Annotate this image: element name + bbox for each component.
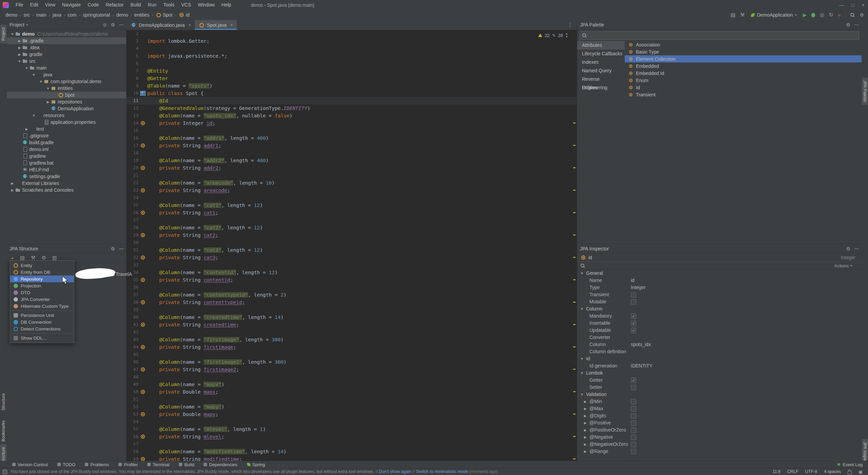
- code-line-11[interactable]: 11 @Id: [126, 97, 577, 104]
- code-line-34[interactable]: 34 @Column(name = "contentid", length = …: [126, 269, 577, 276]
- restart-button[interactable]: ↻: [829, 12, 833, 18]
- tree-chevron-icon[interactable]: ▶: [10, 182, 15, 185]
- breadcrumb-item-demo[interactable]: demo: [5, 12, 17, 18]
- menu-code[interactable]: Code: [84, 2, 102, 7]
- expand-chevron-icon[interactable]: ▶: [584, 441, 587, 448]
- tree-row-External Libraries[interactable]: ▶External Libraries: [7, 180, 126, 187]
- toolwindow-button-dependencies[interactable]: Dependencies: [204, 462, 237, 467]
- close-button[interactable]: ×: [862, 2, 865, 8]
- jpa-inspector-hide-icon[interactable]: —: [854, 246, 859, 251]
- code-line-8[interactable]: 8@Getter: [126, 75, 577, 82]
- code-line-53[interactable]: 53 private Double mapy;: [126, 411, 577, 418]
- inspector-row-id[interactable]: ▼Id: [577, 355, 862, 362]
- menu-help[interactable]: Help: [218, 2, 235, 7]
- tree-chevron-icon[interactable]: ▶: [17, 53, 22, 56]
- section-chevron-icon[interactable]: ▼: [580, 369, 584, 377]
- palette-item-id[interactable]: Id: [625, 84, 862, 91]
- tree-chevron-icon[interactable]: ▼: [24, 66, 30, 70]
- tree-row-.gradle[interactable]: ▶.gradle: [7, 37, 126, 44]
- editor-tab-Spot.java[interactable]: Spot.java×: [195, 20, 237, 30]
- code-line-59[interactable]: 59 private String modifiedtime;: [126, 455, 577, 461]
- code-line-41[interactable]: 41 private String createdtime;: [126, 321, 577, 328]
- gutter[interactable]: [138, 366, 147, 373]
- code-line-39[interactable]: 39: [126, 306, 577, 314]
- run-button[interactable]: ▶: [803, 12, 807, 18]
- section-chevron-icon[interactable]: ▼: [580, 270, 584, 277]
- tree-row-.gitignore[interactable]: .gitignore: [7, 132, 126, 139]
- project-settings-gear-icon[interactable]: ⚙: [111, 22, 115, 27]
- tool-window-switcher-icon[interactable]: [3, 470, 7, 474]
- palette-category-attributes[interactable]: Attributes: [577, 41, 625, 50]
- code-line-28[interactable]: 28 @Column(name = "cat2", length = 12): [126, 224, 577, 231]
- tree-row-repositories[interactable]: ▶repositories: [7, 98, 126, 105]
- gutter[interactable]: [138, 299, 147, 306]
- code-editor[interactable]: 23import lombok.Getter;45import javax.pe…: [126, 30, 577, 461]
- code-line-22[interactable]: 22 @Column(name = "areacode", length = 1…: [126, 179, 577, 187]
- code-line-4[interactable]: 4: [126, 45, 577, 52]
- popup-item-persistence-unit[interactable]: Persistence Unit: [10, 312, 74, 319]
- gutter[interactable]: [138, 187, 147, 194]
- inspector-row-validation[interactable]: ▼Validation: [577, 391, 862, 398]
- background-tasks-icon[interactable]: ▣: [858, 469, 863, 474]
- menu-refactor[interactable]: Refactor: [102, 2, 127, 7]
- code-line-49[interactable]: 49 @Column(name = "mapx"): [126, 381, 577, 388]
- search-everywhere-icon[interactable]: [850, 13, 855, 17]
- menu-vcs[interactable]: VCS: [178, 2, 194, 7]
- palette-item-embedded-id[interactable]: Embedded Id: [625, 70, 862, 77]
- tree-row-Spot[interactable]: Spot: [7, 92, 126, 98]
- tree-row-settings.gradle[interactable]: settings.gradle: [7, 173, 126, 180]
- tree-row-gradlew[interactable]: gradlew: [7, 153, 126, 159]
- property-value[interactable]: spots_idx: [631, 341, 651, 348]
- gutter[interactable]: [138, 455, 147, 461]
- property-value[interactable]: Integer: [631, 284, 646, 291]
- inspector-row-type[interactable]: TypeInteger: [577, 284, 862, 291]
- palette-item-basic-type[interactable]: Basic Type: [625, 48, 862, 55]
- tree-row-Scratches and Consoles[interactable]: ▶Scratches and Consoles: [7, 187, 126, 193]
- toolwindow-button-version-control[interactable]: Version Control: [12, 462, 48, 467]
- code-line-18[interactable]: 18: [126, 149, 577, 157]
- menu-view[interactable]: View: [42, 2, 59, 7]
- gutter[interactable]: [138, 164, 147, 172]
- tree-chevron-icon[interactable]: ▶: [45, 100, 51, 104]
- caret-position[interactable]: 11:8: [773, 469, 780, 474]
- locate-file-icon[interactable]: ◎: [103, 22, 107, 27]
- popup-item-detect-connections[interactable]: Detect Connections: [10, 325, 74, 332]
- inspector-row-column[interactable]: Columnspots_idx: [577, 341, 862, 348]
- toolwindow-button-problems[interactable]: Problems: [85, 462, 109, 467]
- inspector-row-idgeneration[interactable]: Id generationIDENTITY: [577, 362, 862, 369]
- inspector-row-getter[interactable]: Getter✓: [577, 377, 862, 384]
- code-line-21[interactable]: 21: [126, 172, 577, 179]
- palette-category-lifecycle-callbacks[interactable]: Lifecycle Callbacks: [577, 50, 625, 58]
- checkbox-unchecked[interactable]: [631, 406, 636, 412]
- palette-item-enum[interactable]: Enum: [625, 77, 862, 84]
- inspector-target-row[interactable]: id Integer: [577, 253, 862, 262]
- minimize-button[interactable]: —: [839, 2, 844, 8]
- breadcrumb-item-demo[interactable]: demo: [116, 12, 128, 18]
- section-chevron-icon[interactable]: ▼: [580, 355, 584, 362]
- inspector-row-mandatory[interactable]: Mandatory✓: [577, 312, 862, 320]
- toolstrip-tab-bookmarks[interactable]: Bookmarks: [0, 418, 6, 444]
- build-hammer-icon[interactable]: ⚒: [740, 12, 744, 18]
- tree-row-entities[interactable]: ▼entities: [7, 85, 126, 92]
- code-line-19[interactable]: 19 @Column(name = "addr2", length = 400): [126, 157, 577, 164]
- toolwindow-button-todo[interactable]: TODO: [57, 462, 75, 467]
- code-line-40[interactable]: 40 @Column(name = "createdtime", length …: [126, 314, 577, 321]
- inspector-row-max[interactable]: ▶@Max: [577, 405, 862, 412]
- menu-file[interactable]: File: [12, 2, 27, 7]
- gutter[interactable]: [138, 388, 147, 396]
- jpa-palette-hide-icon[interactable]: —: [854, 22, 859, 27]
- checkbox-unchecked[interactable]: [631, 413, 636, 419]
- tree-chevron-icon[interactable]: ▶: [10, 188, 15, 192]
- checkbox-checked[interactable]: ✓: [631, 378, 636, 383]
- menu-edit[interactable]: Edit: [27, 2, 42, 7]
- tree-chevron-icon[interactable]: ▼: [45, 87, 51, 90]
- tree-row-build.gradle[interactable]: build.gradle: [7, 139, 126, 146]
- code-line-23[interactable]: 23 private String areacode;: [126, 187, 577, 194]
- switch-minimalistic-link[interactable]: Switch to minimalistic mode: [416, 469, 468, 474]
- expand-chevron-icon[interactable]: ▶: [584, 426, 587, 434]
- jpa-structure-gear-icon[interactable]: ⚙: [111, 246, 115, 251]
- popup-item-jpa-converter[interactable]: JPA Converter: [10, 296, 74, 303]
- inspections-widget[interactable]: 22 ✎ 28 ▲▼: [538, 32, 568, 38]
- checkbox-unchecked[interactable]: [631, 435, 636, 440]
- inspector-row-positiveorzero[interactable]: ▶@PositiveOrZero: [577, 426, 862, 434]
